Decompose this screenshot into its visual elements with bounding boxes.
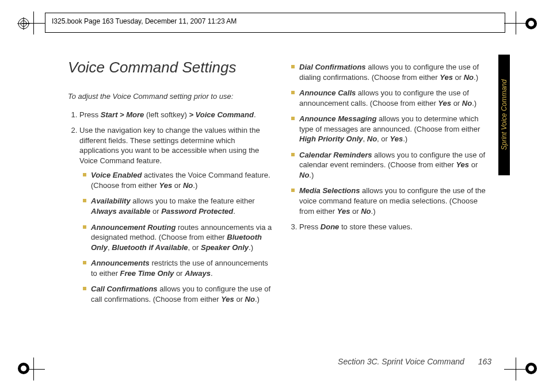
bullet-title: Announcements (91, 259, 150, 267)
bullet-text: .) (193, 181, 197, 190)
option: Always (185, 269, 211, 278)
page-title: Voice Command Settings (68, 57, 274, 78)
page-footer: Section 3C. Sprint Voice Command 163 (0, 357, 491, 366)
option: No (361, 207, 371, 216)
bullet-text: , or (188, 243, 201, 252)
bullet-text: or (451, 99, 462, 107)
registration-mark-icon (17, 17, 30, 30)
bullet-text: .) (371, 207, 376, 216)
bullet-title: Announcement Routing (91, 223, 176, 232)
step-text: Press (79, 110, 101, 119)
ui-path: > Voice Command (189, 110, 254, 119)
bullet-announcements: Announcements restricts the use of annou… (83, 258, 274, 278)
bullet-title: Voice Enabled (91, 171, 142, 179)
bullet-announce-calls: Announce Calls allows you to configure t… (291, 88, 494, 108)
bullet-call-confirmations: Call Confirmations allows you to configu… (83, 284, 274, 304)
option: No (245, 295, 255, 303)
crop-mark-tr (504, 11, 527, 34)
crop-mark-br (504, 358, 527, 381)
ui-path: Start > More (101, 110, 144, 119)
option: Free Time Only (120, 269, 174, 278)
step-text: (left softkey) (144, 110, 189, 119)
bullet-title: Call Confirmations (91, 285, 158, 293)
bullet-voice-enabled: Voice Enabled activates the Voice Comman… (83, 170, 274, 190)
bullet-title: Announce Calls (299, 89, 356, 97)
bullet-announcement-routing: Announcement Routing routes announcement… (83, 222, 274, 253)
bullet-dial-confirmations: Dial Confirmations allows you to configu… (291, 62, 494, 82)
bullet-title: Dial Confirmations (299, 63, 366, 71)
step-text: Press (299, 222, 321, 231)
option: High Priority Only (299, 134, 363, 143)
intro-text: To adjust the Voice Command setting prio… (68, 91, 274, 102)
bullet-title: Announce Messaging (299, 114, 376, 123)
bullet-title: Availability (91, 197, 131, 205)
step-2: Use the navigation key to change the val… (79, 125, 274, 304)
option: Yes (221, 295, 234, 303)
bullet-text: or (350, 207, 361, 216)
option: Yes (159, 181, 173, 190)
option: No (367, 134, 377, 143)
page-content: Voice Command Settings To adjust the Voi… (68, 57, 494, 310)
column-left: Voice Command Settings To adjust the Voi… (68, 57, 274, 310)
option: No (462, 99, 472, 107)
footer-section: Section 3C. Sprint Voice Command (338, 357, 464, 366)
sub-bullets-continued: Dial Confirmations allows you to configu… (288, 62, 494, 216)
bullet-text: or (174, 269, 185, 278)
bullet-text: .) (403, 134, 407, 143)
svg-point-7 (21, 366, 26, 371)
header-book-line: I325.book Page 163 Tuesday, December 11,… (52, 17, 237, 25)
registration-mark-icon (525, 362, 537, 375)
bullet-text: or (453, 73, 464, 82)
bullet-text: or (172, 181, 183, 190)
svg-point-5 (528, 21, 534, 26)
bullet-text: .) (474, 73, 478, 82)
option: No (299, 171, 309, 179)
bullet-media-selections: Media Selections allows you to configure… (291, 186, 494, 216)
bullet-title: Media Selections (299, 186, 360, 195)
sub-bullets: Voice Enabled activates the Voice Comman… (79, 170, 274, 304)
bullet-title: Calendar Reminders (299, 151, 372, 159)
steps-list: Press Start > More (left softkey) > Voic… (68, 110, 274, 305)
bullet-text: , or (377, 134, 390, 143)
step-1: Press Start > More (left softkey) > Voic… (79, 110, 274, 120)
step-text: Use the navigation key to change the val… (79, 126, 260, 165)
ui-label: Done (321, 222, 340, 231)
bullet-availability: Availability allows you to make the feat… (83, 196, 274, 216)
step-text: to store these values. (339, 222, 412, 231)
registration-mark-icon (525, 17, 537, 30)
option: No (183, 181, 193, 190)
bullet-calendar-reminders: Calendar Reminders allows you to configu… (291, 150, 494, 180)
option: Yes (440, 73, 453, 82)
svg-point-9 (528, 366, 534, 371)
steps-list-continued: Press Done to store these values. (288, 222, 494, 232)
bullet-text: . (211, 269, 213, 278)
step-text: . (254, 110, 256, 119)
bullet-text: .) (472, 99, 476, 107)
bullet-text: or (469, 160, 478, 169)
side-tab: Sprint Voice Command (498, 55, 510, 175)
option: Bluetooth if Available (112, 243, 188, 252)
bullet-text: .) (255, 295, 260, 303)
step-3: Press Done to store these values. (299, 222, 494, 232)
column-right: Dial Confirmations allows you to configu… (288, 57, 494, 310)
option: Speaker Only (201, 243, 249, 252)
bullet-text: or (234, 295, 245, 303)
option: Yes (390, 134, 403, 143)
bullet-announce-messaging: Announce Messaging allows you to determi… (291, 114, 494, 144)
bullet-text: , (363, 134, 367, 143)
option: Yes (456, 160, 469, 169)
page-number: 163 (478, 357, 491, 366)
bullet-text: . (233, 207, 235, 216)
bullet-text: allows you to make the feature either (131, 197, 255, 205)
bullet-text: .) (249, 243, 253, 252)
option: Password Protected (161, 207, 233, 216)
bullet-text: .) (309, 171, 314, 179)
option: Yes (438, 99, 451, 107)
option: Always available (91, 207, 150, 216)
option: Yes (337, 207, 350, 216)
option: No (464, 73, 474, 82)
bullet-text: or (150, 207, 161, 216)
